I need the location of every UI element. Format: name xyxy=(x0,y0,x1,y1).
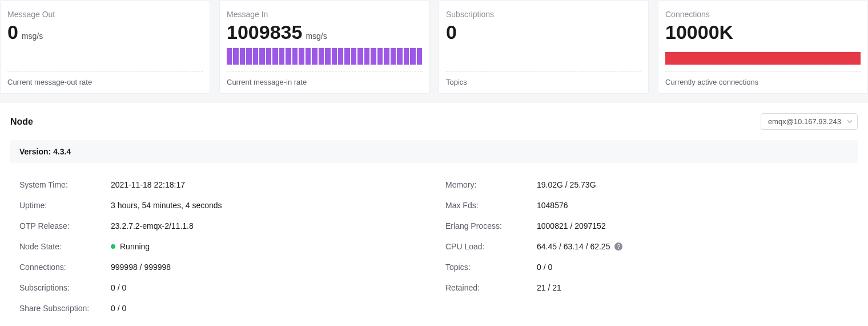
connections-sparkline xyxy=(665,46,861,65)
card-divider xyxy=(7,71,203,72)
erlang-process-value: 1000821 / 2097152 xyxy=(537,221,606,230)
message-out-title: Message Out xyxy=(7,10,203,19)
message-in-card: Message In 1009835 msg/s Current message… xyxy=(219,0,429,94)
uptime-label: Uptime: xyxy=(19,201,111,210)
connections-label: Connections: xyxy=(19,263,111,272)
node-section-title: Node xyxy=(10,117,33,127)
connections-value-row: 10000K xyxy=(665,22,861,42)
connections-card: Connections 10000K Currently active conn… xyxy=(658,0,868,94)
share-subscription-label: Share Subscription: xyxy=(19,304,111,313)
memory-value: 19.02G / 25.73G xyxy=(537,180,596,189)
otp-release-value: 23.2.7.2-emqx-2/11.1.8 xyxy=(111,221,194,230)
message-out-value-row: 0 msg/s xyxy=(7,22,203,42)
card-divider xyxy=(446,71,641,72)
system-time-row: System Time: 2021-11-18 22:18:17 xyxy=(19,174,423,195)
topics-value: 0 / 0 xyxy=(537,263,552,272)
connections-value: 10000K xyxy=(665,22,733,42)
node-header: Node emqx@10.167.93.243 xyxy=(10,113,858,130)
node-state-text: Running xyxy=(120,242,150,251)
retained-row: Retained: 21 / 21 xyxy=(445,277,849,298)
message-in-unit: msg/s xyxy=(306,31,327,41)
subscriptions-value-detail: 0 / 0 xyxy=(111,283,126,292)
subscriptions-row: Subscriptions: 0 / 0 xyxy=(19,277,423,298)
erlang-process-label: Erlang Process: xyxy=(445,221,537,230)
connections-footer: Currently active connections xyxy=(665,78,861,86)
metric-cards-row: Message Out 0 msg/s Current message-out … xyxy=(0,0,868,103)
cpu-load-text: 64.45 / 63.14 / 62.25 xyxy=(537,242,610,251)
connections-row: Connections: 999998 / 999998 xyxy=(19,257,423,277)
node-panel: Node emqx@10.167.93.243 Version: 4.3.4 S… xyxy=(0,103,868,326)
subscriptions-sparkline xyxy=(446,46,641,65)
version-bar: Version: 4.3.4 xyxy=(10,140,858,163)
subscriptions-value: 0 xyxy=(446,22,457,42)
subscriptions-title: Subscriptions xyxy=(446,10,641,19)
help-icon[interactable]: ? xyxy=(614,242,622,251)
otp-release-label: OTP Release: xyxy=(19,221,111,230)
message-in-sparkline xyxy=(227,46,422,65)
retained-label: Retained: xyxy=(445,283,537,292)
connections-title: Connections xyxy=(665,10,861,19)
status-dot-icon xyxy=(111,244,115,249)
message-out-footer: Current message-out rate xyxy=(7,78,203,86)
memory-row: Memory: 19.02G / 25.73G xyxy=(445,174,849,195)
cpu-load-label: CPU Load: xyxy=(445,242,537,251)
message-out-unit: msg/s xyxy=(22,31,43,41)
card-divider xyxy=(665,71,861,72)
uptime-row: Uptime: 3 hours, 54 minutes, 4 seconds xyxy=(19,195,423,216)
topics-label: Topics: xyxy=(445,263,537,272)
node-state-row: Node State: Running xyxy=(19,236,423,257)
message-out-sparkline xyxy=(7,46,203,65)
cpu-load-value: 64.45 / 63.14 / 62.25 ? xyxy=(537,242,622,251)
message-out-card: Message Out 0 msg/s Current message-out … xyxy=(0,0,210,94)
share-subscription-row: Share Subscription: 0 / 0 xyxy=(19,298,423,319)
subscriptions-value-row: 0 xyxy=(446,22,641,42)
node-select-dropdown[interactable]: emqx@10.167.93.243 xyxy=(761,113,858,130)
system-time-label: System Time: xyxy=(19,180,111,189)
cpu-load-row: CPU Load: 64.45 / 63.14 / 62.25 ? xyxy=(445,236,849,257)
max-fds-row: Max Fds: 1048576 xyxy=(445,195,849,216)
topics-row: Topics: 0 / 0 xyxy=(445,257,849,277)
max-fds-label: Max Fds: xyxy=(445,201,537,210)
message-in-footer: Current message-in rate xyxy=(227,78,422,86)
node-select-value: emqx@10.167.93.243 xyxy=(768,117,841,126)
message-in-value-row: 1009835 msg/s xyxy=(227,22,422,42)
system-time-value: 2021-11-18 22:18:17 xyxy=(111,180,185,189)
uptime-value: 3 hours, 54 minutes, 4 seconds xyxy=(111,201,222,210)
node-info-right-col: Memory: 19.02G / 25.73G Max Fds: 1048576… xyxy=(445,174,849,319)
subscriptions-label: Subscriptions: xyxy=(19,283,111,292)
message-in-value: 1009835 xyxy=(227,22,302,42)
memory-label: Memory: xyxy=(445,180,537,189)
subscriptions-card: Subscriptions 0 Topics xyxy=(439,0,649,94)
node-state-value: Running xyxy=(111,242,150,251)
subscriptions-footer: Topics xyxy=(446,78,641,86)
node-state-label: Node State: xyxy=(19,242,111,251)
erlang-process-row: Erlang Process: 1000821 / 2097152 xyxy=(445,216,849,236)
message-out-value: 0 xyxy=(7,22,18,42)
connections-value-detail: 999998 / 999998 xyxy=(111,263,171,272)
retained-value: 21 / 21 xyxy=(537,283,561,292)
otp-release-row: OTP Release: 23.2.7.2-emqx-2/11.1.8 xyxy=(19,216,423,236)
share-subscription-value: 0 / 0 xyxy=(111,304,126,313)
message-in-title: Message In xyxy=(227,10,422,19)
node-info-grid: System Time: 2021-11-18 22:18:17 Uptime:… xyxy=(10,174,858,319)
max-fds-value: 1048576 xyxy=(537,201,568,210)
node-info-left-col: System Time: 2021-11-18 22:18:17 Uptime:… xyxy=(19,174,423,319)
card-divider xyxy=(227,71,422,72)
chevron-down-icon xyxy=(847,117,853,126)
